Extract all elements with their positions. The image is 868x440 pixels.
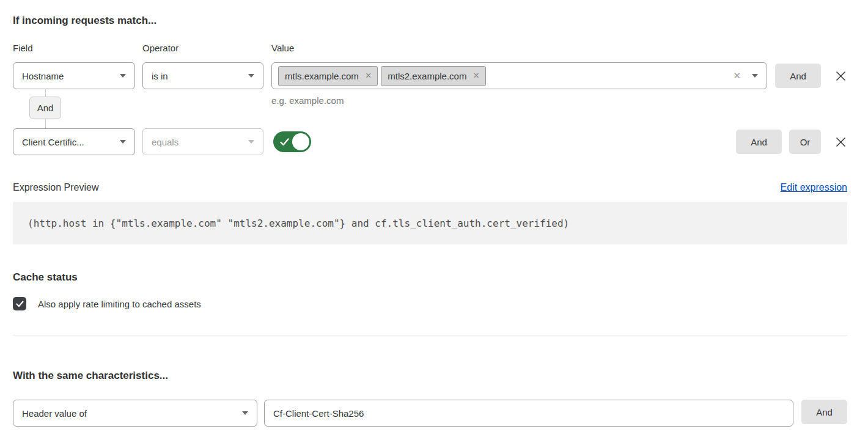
rule-row-1: Hostname is in mtls.example.com × mtls2.… xyxy=(13,62,847,106)
cached-assets-checkbox-label: Also apply rate limiting to cached asset… xyxy=(38,299,201,309)
expression-code: (http.host in {"mtls.example.com" "mtls2… xyxy=(13,202,847,244)
operator-select-2: equals xyxy=(142,128,263,155)
chevron-down-icon xyxy=(242,411,248,415)
operator-select-2-value: equals xyxy=(152,137,178,147)
rule-builder-page: If incoming requests match... Field Oper… xyxy=(0,0,868,440)
chevron-down-icon xyxy=(248,74,254,78)
field-select-1-value: Hostname xyxy=(22,71,64,81)
add-or-condition-button[interactable]: Or xyxy=(789,130,821,154)
value-tag-label: mtls2.example.com xyxy=(388,71,466,81)
edit-expression-link[interactable]: Edit expression xyxy=(781,182,847,193)
characteristics-title: With the same characteristics... xyxy=(13,370,847,382)
header-name-input[interactable] xyxy=(264,400,793,427)
expression-preview-label: Expression Preview xyxy=(13,182,99,193)
check-icon xyxy=(16,301,24,307)
add-and-condition-button-1[interactable]: And xyxy=(775,64,821,88)
chevron-down-icon xyxy=(120,74,126,78)
field-select-2[interactable]: Client Certific... xyxy=(13,128,135,155)
value-column-label: Value xyxy=(271,43,294,53)
remove-tag-icon[interactable]: × xyxy=(473,71,479,81)
delete-row-icon[interactable] xyxy=(834,70,847,82)
field-select-2-value: Client Certific... xyxy=(22,137,84,147)
operator-select-1-value: is in xyxy=(152,71,168,81)
field-select-1[interactable]: Hostname xyxy=(13,62,135,89)
cert-verified-toggle[interactable] xyxy=(273,131,311,152)
connector-and-button[interactable]: And xyxy=(29,97,61,119)
expression-preview-header: Expression Preview Edit expression xyxy=(13,182,847,193)
cache-checkbox-row: Also apply rate limiting to cached asset… xyxy=(13,297,847,310)
value-multiselect-controls: ✕ xyxy=(732,69,758,82)
cache-status-title: Cache status xyxy=(13,271,847,284)
add-and-condition-button-2[interactable]: And xyxy=(736,130,782,154)
delete-row-icon[interactable] xyxy=(834,136,847,148)
toggle-knob xyxy=(292,133,309,150)
value-multiselect-1[interactable]: mtls.example.com × mtls2.example.com × ✕ xyxy=(271,62,767,89)
chevron-down-icon xyxy=(248,140,254,144)
value-helper-text: e.g. example.com xyxy=(271,95,767,106)
rule-row-2-actions: And Or xyxy=(736,128,847,154)
characteristic-select[interactable]: Header value of xyxy=(13,400,257,427)
rule-row-2: Client Certific... equals And Or xyxy=(13,128,847,155)
condition-connector: And xyxy=(29,97,66,119)
field-column-label: Field xyxy=(13,43,135,53)
chevron-down-icon xyxy=(120,140,126,144)
column-labels: Field Operator Value xyxy=(13,43,847,53)
operator-column-label: Operator xyxy=(142,43,263,53)
cached-assets-checkbox[interactable] xyxy=(13,297,26,310)
characteristic-select-value: Header value of xyxy=(22,408,87,419)
value-tag-label: mtls.example.com xyxy=(285,71,359,81)
clear-values-icon[interactable]: ✕ xyxy=(732,69,742,82)
characteristics-row: Header value of And xyxy=(13,400,847,427)
match-section-title: If incoming requests match... xyxy=(13,15,847,27)
value-column-1: mtls.example.com × mtls2.example.com × ✕… xyxy=(271,62,767,106)
check-icon xyxy=(280,138,289,146)
add-characteristic-button[interactable]: And xyxy=(801,400,847,424)
operator-select-1[interactable]: is in xyxy=(142,62,263,89)
remove-tag-icon[interactable]: × xyxy=(366,71,371,81)
section-divider xyxy=(13,335,847,336)
value-tag: mtls.example.com × xyxy=(278,66,378,86)
value-tag: mtls2.example.com × xyxy=(381,66,486,86)
chevron-down-icon[interactable] xyxy=(752,74,758,78)
